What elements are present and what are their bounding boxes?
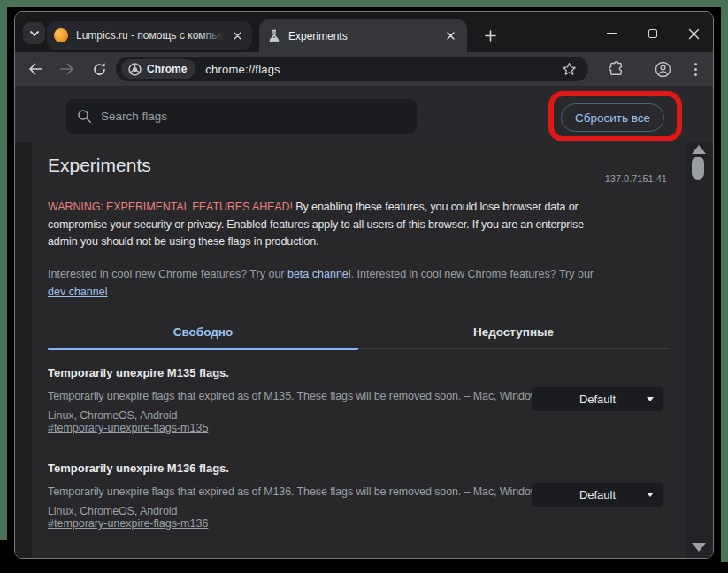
promo-line-2: dev channel — [48, 284, 594, 302]
browser-menu-button[interactable] — [684, 57, 707, 80]
flags-content-area: Experiments 137.0.7151.41 WARNING: EXPER… — [15, 142, 713, 559]
flag-dropdown[interactable]: Default — [532, 483, 663, 507]
minimize-icon — [607, 33, 617, 34]
tab-close-button[interactable] — [442, 28, 458, 44]
reset-all-button[interactable]: Сбросить все — [561, 103, 664, 132]
reload-button[interactable] — [88, 57, 111, 80]
active-tab-indicator — [48, 348, 358, 350]
channel-promo: Interested in cool new Chrome features? … — [48, 266, 594, 301]
extensions-puzzle-icon — [609, 61, 625, 77]
page-scrollbar[interactable] — [686, 142, 713, 559]
chrome-chip[interactable]: Chrome — [121, 59, 195, 79]
flag-title: Temporarily unexpire M135 flags. — [48, 366, 229, 379]
kebab-menu-icon — [694, 63, 697, 76]
flags-search-band: Сбросить все — [15, 86, 713, 142]
scrollbar-thumb[interactable] — [692, 157, 704, 180]
address-bar[interactable]: Chrome chrome://flags — [116, 57, 588, 81]
tab-strip: Lumpics.ru - помощь с компью Experiments — [15, 12, 713, 52]
flag-description: Temporarily unexpire flags that expired … — [48, 386, 561, 425]
url-text: chrome://flags — [205, 63, 280, 76]
toolbar-separator — [640, 61, 640, 77]
tab-lumpics[interactable]: Lumpics.ru - помощь с компью — [47, 21, 252, 50]
flag-dropdown[interactable]: Default — [532, 387, 663, 411]
warning-highlight: WARNING: EXPERIMENTAL FEATURES AHEAD! — [48, 201, 293, 213]
warning-line-2: compromise your security or privacy. Ena… — [48, 217, 584, 234]
desktop-frame-right — [721, 0, 728, 562]
flag-permalink[interactable]: #temporary-unexpire-flags-m135 — [48, 422, 208, 434]
browser-window: Lumpics.ru - помощь с компью Experiments — [14, 11, 714, 559]
chevron-down-icon — [29, 30, 40, 37]
back-button[interactable] — [24, 57, 47, 80]
tab-title: Lumpics.ru - помощь с компью — [76, 29, 224, 42]
desktop-frame-left — [0, 0, 7, 540]
flags-page: Сбросить все Experiments 137.0.7151.41 W… — [15, 86, 713, 559]
extensions-button[interactable] — [605, 57, 628, 80]
page-title: Experiments — [48, 155, 151, 176]
window-maximize-button[interactable] — [640, 20, 666, 47]
flags-search-box[interactable] — [66, 99, 417, 134]
promo-line-1: Interested in cool new Chrome features? … — [48, 266, 594, 284]
bookmark-button[interactable] — [562, 62, 577, 76]
desktop-frame-top — [0, 0, 728, 7]
profile-icon — [655, 61, 671, 78]
caret-down-icon — [647, 397, 654, 401]
flag-row-m136: Temporarily unexpire M136 flags. Tempora… — [48, 462, 669, 555]
search-flags-input[interactable] — [101, 110, 384, 123]
flags-content: Experiments 137.0.7151.41 WARNING: EXPER… — [48, 142, 669, 559]
experimental-warning: WARNING: EXPERIMENTAL FEATURES AHEAD! By… — [48, 199, 584, 251]
close-icon — [234, 32, 241, 40]
flags-tabs: Свободно Недоступные — [48, 316, 669, 349]
profile-button[interactable] — [651, 57, 674, 80]
dev-channel-link[interactable]: dev channel — [48, 286, 107, 298]
flag-permalink[interactable]: #temporary-unexpire-flags-m136 — [48, 517, 208, 530]
back-arrow-icon — [27, 62, 43, 76]
screenshot-root: { "colors": { "frame_green": "#4a7254", … — [0, 0, 728, 573]
warning-line-3: admin you should not be using these flag… — [48, 233, 584, 251]
magnifier-icon — [77, 109, 92, 124]
tab-title-fade — [201, 29, 224, 42]
new-tab-button[interactable] — [479, 24, 502, 47]
warning-line-1: WARNING: EXPERIMENTAL FEATURES AHEAD! By… — [48, 199, 584, 217]
flask-icon — [268, 29, 280, 42]
close-icon — [688, 28, 700, 40]
caret-down-icon — [647, 493, 654, 497]
flag-description: Temporarily unexpire flags that expired … — [48, 482, 561, 521]
window-minimize-button[interactable] — [598, 20, 625, 47]
tab-close-button[interactable] — [229, 27, 245, 43]
star-icon — [562, 62, 577, 76]
beta-channel-link[interactable]: beta channel — [287, 268, 351, 280]
flag-row-m135: Temporarily unexpire M135 flags. Tempora… — [48, 366, 669, 460]
chrome-logo-icon — [128, 63, 142, 76]
forward-arrow-icon — [59, 62, 75, 76]
maximize-icon — [648, 29, 657, 38]
lumpics-favicon-icon — [54, 28, 68, 42]
flag-title: Temporarily unexpire M136 flags. — [48, 462, 229, 475]
triangle-up-icon[interactable] — [692, 145, 706, 154]
browser-toolbar: Chrome chrome://flags — [15, 52, 713, 86]
tab-unavailable[interactable]: Недоступные — [358, 316, 669, 348]
tab-search-button[interactable] — [23, 22, 45, 44]
close-icon — [447, 32, 455, 40]
left-gutter — [15, 142, 32, 559]
tab-experiments[interactable]: Experiments — [259, 19, 467, 52]
chip-label: Chrome — [147, 63, 187, 75]
plus-icon — [485, 30, 496, 42]
tab-title: Experiments — [288, 30, 437, 42]
window-close-button[interactable] — [680, 20, 707, 47]
forward-button[interactable] — [56, 57, 79, 80]
version-label: 137.0.7151.41 — [605, 173, 667, 184]
reload-icon — [92, 62, 107, 77]
triangle-down-icon[interactable] — [692, 543, 706, 552]
tab-available[interactable]: Свободно — [48, 316, 358, 348]
